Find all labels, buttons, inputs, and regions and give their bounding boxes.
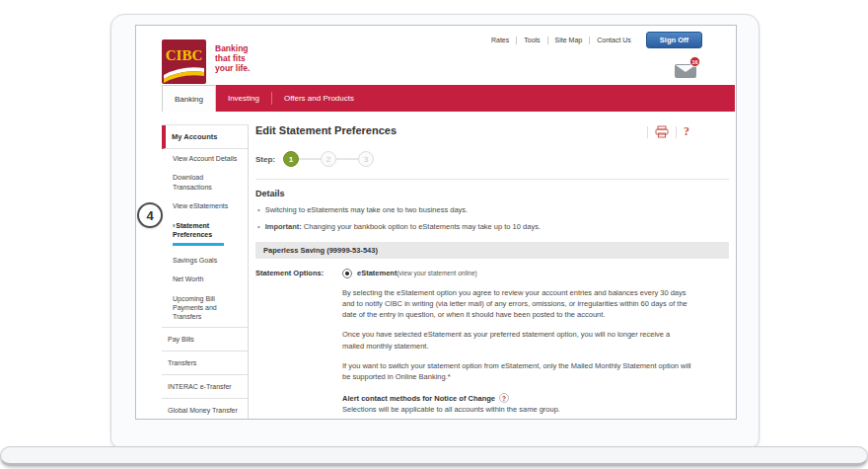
step-connector bbox=[299, 158, 321, 160]
sidebar-item-label: Statement Preferences bbox=[173, 222, 212, 238]
step-3: 3 bbox=[358, 151, 374, 167]
sidebar-item-interac-etransfer[interactable]: INTERAC e-Transfer bbox=[162, 374, 248, 398]
estatement-sublabel: (view your statement online) bbox=[397, 270, 476, 276]
bullet-rest: Changing your bankbook option to eStatem… bbox=[302, 222, 541, 231]
sidebar-item-upcoming-bill-payments[interactable]: Upcoming Bill Payments and Transfers bbox=[162, 289, 248, 327]
sidebar-item-download-transactions[interactable]: Download Transactions bbox=[162, 168, 248, 196]
browser-screen: CIBC Banking that fits your life. Rates … bbox=[135, 25, 737, 420]
unread-count-badge: 16 bbox=[689, 56, 700, 67]
main-content: Edit Statement Preferences ? Step: bbox=[255, 124, 729, 420]
utility-nav: Rates Tools Site Map Contact Us Sign Off bbox=[484, 32, 702, 48]
details-bullet-2: Important: Changing your bankbook option… bbox=[255, 222, 729, 232]
annotation-circle-4: 4 bbox=[137, 202, 163, 228]
link-site-map[interactable]: Site Map bbox=[548, 37, 590, 43]
sidebar-item-global-money-transfer[interactable]: Global Money Transfer bbox=[162, 398, 248, 420]
primary-nav: Banking Investing Offers and Products bbox=[162, 85, 735, 112]
account-header-bar: Paperless Saving (99999-53-543) bbox=[255, 242, 729, 259]
cibc-logo[interactable]: CIBC bbox=[162, 39, 206, 84]
details-bullet-1: Switching to eStatements may take one to… bbox=[255, 205, 729, 215]
sidebar-item-net-worth[interactable]: Net Worth bbox=[162, 270, 248, 288]
laptop-base bbox=[0, 446, 868, 466]
sidebar-item-pay-bills[interactable]: Pay Bills bbox=[162, 327, 248, 351]
bullet-text: Important: Changing your bankbook option… bbox=[265, 222, 541, 232]
estatement-option: eStatement (view your statement online) bbox=[342, 269, 693, 278]
alert-methods-subtext: Selections will be applicable to all acc… bbox=[342, 405, 693, 414]
sidebar-item-statement-preferences[interactable]: ›Statement Preferences bbox=[162, 216, 248, 251]
step-indicator: Step: 1 2 3 bbox=[255, 151, 729, 167]
divider bbox=[255, 179, 729, 180]
active-item-arrow: › bbox=[173, 222, 175, 229]
estatement-radio-selected[interactable] bbox=[342, 269, 352, 278]
no-mailed-statement-paragraph: Once you have selected eStatement as you… bbox=[342, 329, 693, 352]
step-label: Step: bbox=[255, 155, 275, 164]
divider bbox=[676, 126, 677, 138]
divider bbox=[647, 126, 648, 138]
step-connector bbox=[336, 158, 358, 160]
step-2: 2 bbox=[321, 151, 336, 167]
details-heading: Details bbox=[255, 189, 729, 198]
alert-help-icon[interactable]: ? bbox=[499, 393, 509, 403]
sidebar-item-view-account-details[interactable]: View Account Details bbox=[162, 149, 248, 168]
switch-option-paragraph: If you want to switch your statement opt… bbox=[342, 360, 693, 383]
bullet-text: Switching to eStatements may take one to… bbox=[265, 205, 469, 215]
step-1-current: 1 bbox=[283, 151, 299, 167]
estatement-label: eStatement bbox=[357, 269, 397, 277]
estatement-terms-paragraph: By selecting the eStatement option you a… bbox=[342, 287, 693, 321]
page: CIBC Banking that fits your life. Rates … bbox=[0, 0, 868, 469]
laptop-bezel: CIBC Banking that fits your life. Rates … bbox=[110, 14, 760, 448]
page-title: Edit Statement Preferences bbox=[255, 124, 647, 136]
message-centre-indicator[interactable]: 16 bbox=[675, 58, 700, 78]
important-label: Important: bbox=[265, 222, 302, 231]
tab-offers-and-products[interactable]: Offers and Products bbox=[272, 85, 366, 112]
sign-off-button[interactable]: Sign Off bbox=[646, 32, 702, 48]
sidebar: My Accounts View Account Details Downloa… bbox=[162, 124, 249, 420]
print-icon[interactable] bbox=[655, 125, 669, 138]
help-icon[interactable]: ? bbox=[684, 124, 689, 139]
statement-options-label: Statement Options: bbox=[255, 269, 342, 421]
alert-methods-heading: Alert contact methods for Notice of Chan… bbox=[342, 394, 495, 403]
sidebar-item-transfers[interactable]: Transfers bbox=[162, 351, 248, 374]
brand-tagline: Banking that fits your life. bbox=[215, 43, 250, 74]
link-rates[interactable]: Rates bbox=[484, 37, 516, 43]
tab-investing[interactable]: Investing bbox=[216, 85, 271, 112]
tab-banking[interactable]: Banking bbox=[162, 85, 216, 112]
svg-text:CIBC: CIBC bbox=[166, 47, 203, 63]
active-item-underline bbox=[173, 243, 224, 246]
link-contact-us[interactable]: Contact Us bbox=[590, 37, 638, 43]
sidebar-item-view-estatements[interactable]: View eStatements bbox=[162, 196, 248, 215]
sidebar-header-my-accounts[interactable]: My Accounts bbox=[162, 125, 248, 149]
sidebar-item-savings-goals[interactable]: Savings Goals bbox=[162, 251, 248, 270]
link-tools[interactable]: Tools bbox=[517, 37, 546, 43]
